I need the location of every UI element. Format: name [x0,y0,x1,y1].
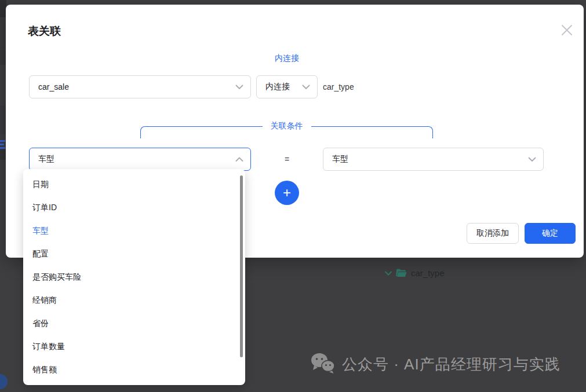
dropdown-option[interactable]: 销售额 [23,358,245,381]
join-type-select[interactable]: 内连接 [256,75,318,98]
dropdown-option[interactable]: 经销商 [23,288,245,312]
field-dropdown-panel: 日期 订单ID 车型 配置 是否购买车险 经销商 省份 订单数量 销售额 [23,169,245,385]
dropdown-option[interactable]: 订单ID [23,196,245,219]
background-clipped-text [0,138,5,150]
dropdown-option[interactable]: 是否购买车险 [23,265,245,288]
dropdown-option-label: 经销商 [32,295,57,305]
close-icon[interactable] [555,19,578,42]
background-tree-item-car-type: car_type [385,268,445,278]
watermark: 公众号 · AI产品经理研习与实践 [311,353,560,376]
equals-operator: = [272,148,301,171]
dropdown-option-label: 车型 [32,226,49,235]
dropdown-option[interactable]: 车型 [23,219,245,242]
dropdown-option[interactable]: 配置 [23,242,245,265]
dropdown-option-label: 配置 [32,249,49,258]
chevron-up-icon [235,157,243,162]
add-condition-button[interactable]: + [275,181,299,205]
join-condition-group: 关联条件 [140,126,433,138]
left-field-select[interactable]: 车型 [29,148,251,171]
target-table-label: car_type [323,75,354,98]
right-field-value: 车型 [332,154,528,164]
dropdown-option[interactable]: 订单数量 [23,335,245,358]
cancel-button[interactable]: 取消添加 [467,223,519,244]
chevron-down-icon [235,85,243,90]
screen: car_type 公众号 · AI产品经理研习与实践 表关联 内连接 car_s… [0,0,586,392]
dropdown-option[interactable]: 日期 [23,173,245,196]
field-dropdown-list: 日期 订单ID 车型 配置 是否购买车险 经销商 省份 订单数量 销售额 [23,173,245,381]
dropdown-option-label: 订单数量 [32,342,65,351]
chevron-down-icon [302,85,310,90]
left-field-value: 车型 [38,154,235,164]
confirm-button[interactable]: 确定 [525,223,576,244]
background-floating-button [0,374,8,389]
folder-open-icon [396,269,407,277]
dropdown-option[interactable]: 省份 [23,312,245,335]
dropdown-scrollbar[interactable] [240,175,243,357]
watermark-text: 公众号 · AI产品经理研习与实践 [342,354,560,375]
source-table-value: car_sale [38,82,235,91]
join-condition-legend: 关联条件 [263,121,311,131]
tree-item-label: car_type [411,268,445,278]
dropdown-option-label: 是否购买车险 [32,272,81,281]
dropdown-option-label: 订单ID [32,203,57,212]
wechat-icon [311,353,335,376]
join-type-value: 内连接 [265,82,302,92]
dropdown-option-label: 销售额 [32,365,57,374]
modal-title: 表关联 [28,24,61,39]
right-field-select[interactable]: 车型 [323,148,544,171]
chevron-down-icon [385,271,392,276]
dropdown-option-label: 省份 [32,318,49,328]
source-table-select[interactable]: car_sale [29,75,251,98]
dropdown-option-label: 日期 [32,179,49,189]
chevron-down-icon [528,157,536,162]
join-type-link[interactable]: 内连接 [29,53,545,64]
